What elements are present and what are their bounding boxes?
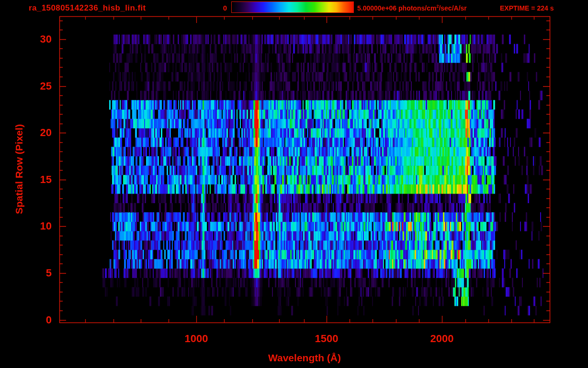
file-title: ra_150805142236_hisb_lin.fit [29, 3, 146, 13]
y-tick-label: 15 [24, 173, 52, 186]
y-tick-label: 20 [24, 126, 52, 139]
spectrogram-viewer: ra_150805142236_hisb_lin.fit 0 5.00000e+… [0, 0, 588, 368]
x-tick-label: 1500 [315, 333, 339, 345]
y-tick-label: 10 [24, 219, 52, 233]
spectrogram-canvas [0, 0, 588, 368]
colorbar-units-prefix: 5.00000e+06 photons/cm [357, 4, 436, 12]
y-axis-title: Spatial Row (Pixel) [13, 124, 25, 214]
y-tick-label: 30 [24, 33, 52, 46]
colorbar-min-label: 0 [213, 4, 227, 12]
y-tick-label: 25 [24, 80, 52, 93]
x-tick-label: 2000 [430, 333, 454, 345]
x-tick-label: 1000 [185, 333, 208, 345]
x-axis-title: Wavelength (Å) [268, 352, 341, 364]
colorbar-max-label: 5.00000e+06 photons/cm2/sec/A/sr [357, 4, 467, 12]
y-tick-label: 5 [24, 266, 52, 280]
exptime-label: EXPTIME = 224 s [500, 4, 554, 12]
colorbar-gradient [231, 1, 354, 13]
colorbar-units-suffix: /sec/A/sr [439, 4, 466, 12]
y-tick-label: 0 [24, 313, 52, 327]
